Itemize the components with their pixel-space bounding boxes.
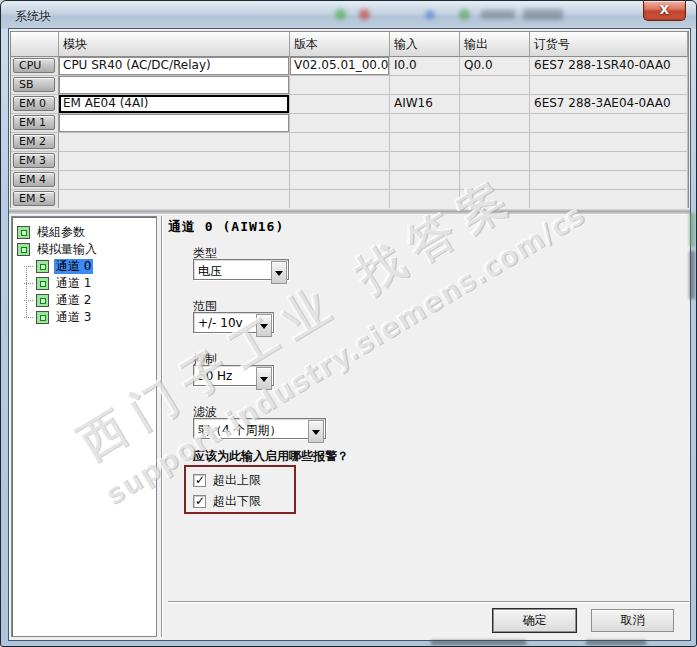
cancel-button[interactable]: 取消 — [591, 609, 674, 632]
cell-version — [290, 133, 390, 152]
column-header-module: 模块 — [59, 32, 290, 57]
background-icon-blur — [335, 9, 346, 20]
cell-module — [59, 133, 290, 152]
cell-version — [290, 95, 390, 114]
cell-order — [530, 114, 688, 133]
tree-item-channel-3[interactable]: 通道 3 — [12, 309, 156, 326]
row-label-em5[interactable]: EM 5 — [13, 191, 55, 206]
type-dropdown[interactable]: 电压 — [193, 259, 289, 280]
row-header: EM 5 — [11, 190, 59, 209]
cell-output — [460, 95, 530, 114]
alarm-question-label: 应该为此输入启用哪些报警？ — [193, 448, 349, 465]
cell-input: I0.0 — [390, 57, 460, 76]
tree-item-module-params[interactable]: 模組参数 — [12, 224, 156, 241]
ok-button[interactable]: 确定 — [493, 609, 576, 632]
cell-module[interactable]: CPU SR40 (AC/DC/Relay) — [59, 57, 290, 76]
row-header: EM 2 — [11, 133, 59, 152]
cell-module[interactable] — [59, 76, 290, 95]
cell-order — [530, 152, 688, 171]
cell-version — [290, 76, 390, 95]
cell-module — [59, 171, 290, 190]
vertical-divider — [161, 216, 163, 637]
alarm-lower-limit-row: 超出下限 — [193, 493, 261, 510]
frame-bleed — [689, 213, 695, 247]
parameter-block-icon — [17, 243, 30, 256]
title-bar[interactable]: 系统块 X — [1, 1, 696, 29]
chevron-down-icon[interactable] — [256, 367, 272, 390]
tree-item-label: 模組参数 — [35, 225, 87, 240]
window-title: 系统块 — [15, 8, 51, 25]
footer-separator — [168, 601, 689, 603]
tree-item-channel-2[interactable]: 通道 2 — [12, 292, 156, 309]
horizontal-splitter[interactable] — [9, 208, 690, 214]
chevron-down-icon[interactable] — [256, 314, 272, 337]
row-label-em1[interactable]: EM 1 — [13, 115, 55, 130]
cell-version[interactable]: V02.05.01_00.00... — [290, 57, 390, 76]
cell-output — [460, 133, 530, 152]
frame-bleed — [689, 251, 695, 299]
module-table: 模块 版本 输入 输出 订货号 CPU CPU SR40 (AC/DC/Rela… — [10, 31, 689, 208]
cell-module-focused[interactable]: EM AE04 (4AI) — [59, 95, 290, 114]
parameter-block-icon — [17, 226, 30, 239]
parameter-block-icon — [36, 294, 49, 307]
column-header-order: 订货号 — [530, 32, 688, 57]
cell-module — [59, 152, 290, 171]
close-button[interactable]: X — [643, 1, 686, 21]
lower-limit-checkbox[interactable] — [193, 495, 206, 508]
tree-item-label-selected: 通道 0 — [54, 259, 93, 274]
row-label-em3[interactable]: EM 3 — [13, 153, 55, 168]
cell-order — [530, 190, 688, 209]
cell-output — [460, 171, 530, 190]
rejection-dropdown-value: 50 Hz — [194, 366, 256, 383]
channel-panel-title: 通道 0 (AIW16) — [168, 218, 284, 236]
chevron-down-icon[interactable] — [271, 261, 287, 284]
dialog-client-area: 模块 版本 输入 输出 订货号 CPU CPU SR40 (AC/DC/Rela… — [9, 29, 690, 640]
cell-output: Q0.0 — [460, 57, 530, 76]
upper-limit-checkbox[interactable] — [193, 474, 206, 487]
tree-item-analog-input[interactable]: 模拟量输入 — [12, 241, 156, 258]
cell-order — [530, 76, 688, 95]
cell-module — [59, 190, 290, 209]
filter-dropdown[interactable]: 弱（4 个周期） — [193, 418, 326, 439]
tree-item-label: 通道 3 — [54, 310, 93, 325]
row-label-em0[interactable]: EM 0 — [13, 96, 55, 111]
tree-item-channel-0[interactable]: 通道 0 — [12, 258, 156, 275]
row-label-em4[interactable]: EM 4 — [13, 172, 55, 187]
chevron-down-icon[interactable] — [308, 420, 324, 443]
column-header-output: 输出 — [460, 32, 530, 57]
cell-output — [460, 152, 530, 171]
cell-module[interactable] — [59, 114, 290, 133]
frame-bleed — [431, 640, 526, 645]
background-icon-blur — [481, 10, 515, 19]
alarm-upper-limit-row: 超出上限 — [193, 472, 261, 489]
cell-version — [290, 190, 390, 209]
parameter-block-icon — [36, 260, 49, 273]
cell-input — [390, 152, 460, 171]
frame-bleed — [586, 640, 646, 645]
cell-order: 6ES7 288-1SR40-0AA0 — [530, 57, 688, 76]
settings-tree: 模組参数 模拟量输入 通道 0 通道 1 通道 2 通道 3 — [11, 216, 157, 637]
cell-input — [390, 190, 460, 209]
tree-item-label: 模拟量输入 — [35, 242, 99, 257]
system-block-dialog: 系统块 X 模块 版本 输入 输出 订货号 CPU CPU SR40 (AC/D… — [0, 0, 697, 647]
row-header: CPU — [11, 57, 59, 76]
close-icon: X — [660, 3, 669, 17]
row-header: EM 0 — [11, 95, 59, 114]
background-icon-blur — [359, 9, 370, 20]
cell-version — [290, 114, 390, 133]
lower-limit-label: 超出下限 — [213, 493, 261, 510]
parameter-block-icon — [36, 311, 49, 324]
row-label-cpu[interactable]: CPU — [13, 58, 55, 73]
cell-version — [290, 152, 390, 171]
row-label-sb[interactable]: SB — [13, 77, 55, 92]
cell-output — [460, 76, 530, 95]
rejection-dropdown[interactable]: 50 Hz — [193, 365, 274, 386]
column-header-input: 输入 — [390, 32, 460, 57]
tree-item-channel-1[interactable]: 通道 1 — [12, 275, 156, 292]
tree-item-label: 通道 2 — [54, 293, 93, 308]
column-header-blank — [11, 32, 59, 57]
cell-version — [290, 171, 390, 190]
row-label-em2[interactable]: EM 2 — [13, 134, 55, 149]
row-header: EM 3 — [11, 152, 59, 171]
range-dropdown[interactable]: +/- 10v — [193, 312, 274, 333]
